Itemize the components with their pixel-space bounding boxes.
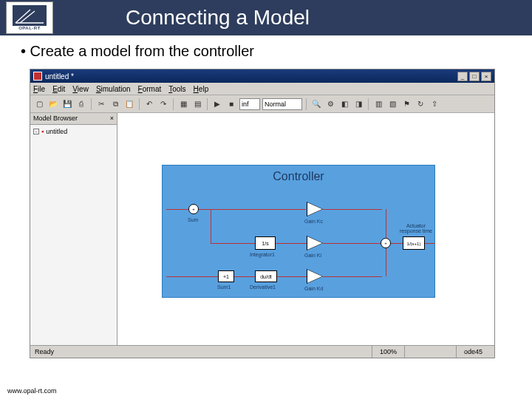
toolbar-sep-5 [306, 98, 307, 110]
wire [323, 243, 381, 244]
menu-edit[interactable]: Edit [52, 85, 65, 93]
sum-label: Sum [188, 217, 198, 222]
zoom-icon[interactable]: 🔍 [310, 98, 322, 110]
titlebar[interactable]: untitled * _ □ × [30, 69, 494, 83]
wire [277, 276, 307, 277]
gain-ki-block[interactable] [307, 236, 323, 250]
wire [323, 209, 382, 210]
sum-output[interactable]: + [381, 238, 391, 248]
gain-ki-label: Gain Ki [304, 253, 321, 258]
logo-text: OPAL-RT [18, 26, 41, 30]
status-zoom: 100% [372, 346, 404, 358]
gain-kd-block[interactable] [307, 269, 323, 284]
print-icon[interactable]: ⎙ [75, 98, 87, 110]
wire [166, 276, 218, 277]
gain-kc-label: Gain Kc [304, 219, 323, 224]
sum-block[interactable]: + [188, 204, 199, 214]
model-browser-close[interactable]: × [110, 115, 114, 123]
slide-header: OPAL-RT Connecting a Model [0, 0, 532, 35]
library-icon[interactable]: ▥ [372, 98, 384, 110]
tree-root-label: untitled [46, 128, 67, 135]
sum1-label: Sum1 [217, 284, 231, 290]
menu-tools[interactable]: Tools [168, 85, 185, 93]
minimize-button[interactable]: _ [457, 72, 468, 81]
actuator-label: Actuator response time [398, 223, 434, 233]
derivative-label: Derivative1 [250, 284, 276, 290]
statusbar: Ready 100% ode45 [30, 345, 494, 358]
wire [425, 243, 435, 244]
menu-simulation[interactable]: Simulation [96, 85, 131, 93]
sum1-block[interactable]: +1 [218, 270, 234, 282]
wire [276, 243, 307, 244]
window-title: untitled * [45, 72, 456, 81]
tool-b-icon[interactable]: ◨ [352, 98, 364, 110]
controller-title: Controller [163, 170, 434, 183]
play-icon[interactable]: ▶ [211, 98, 223, 110]
integrator-label: Integrator1 [250, 252, 275, 257]
model-canvas[interactable]: Controller + Sum Gain Kc 1/s Integrator1… [117, 113, 494, 345]
app-body: Model Browser × - ▪ untitled Controller … [30, 113, 494, 345]
wire [391, 243, 403, 244]
sim-mode-select[interactable]: Normal [262, 98, 302, 110]
build-icon[interactable]: ⚙ [324, 98, 336, 110]
toolbar-sep-1 [91, 98, 92, 110]
wire [234, 276, 255, 277]
model-browser: Model Browser × - ▪ untitled [30, 113, 117, 345]
tree-expand-icon[interactable]: - [33, 129, 39, 134]
redo-icon[interactable]: ↷ [157, 98, 169, 110]
paste-icon[interactable]: 📋 [123, 98, 135, 110]
menu-view[interactable]: View [72, 85, 89, 93]
menu-file[interactable]: File [33, 85, 45, 93]
model-tree[interactable]: - ▪ untitled [30, 125, 117, 345]
model-browser-header: Model Browser × [30, 113, 117, 125]
maximize-button[interactable]: □ [469, 72, 480, 81]
close-button[interactable]: × [481, 72, 491, 81]
integrator-block[interactable]: 1/s [255, 236, 276, 250]
open-icon[interactable]: 📂 [47, 98, 59, 110]
wire [323, 276, 382, 277]
toolbar-sep-4 [207, 98, 208, 110]
slide-title: Connecting a Model [126, 6, 310, 30]
menu-format[interactable]: Format [138, 85, 162, 93]
toolbar-sep-2 [139, 98, 140, 110]
slide-bullet: Create a model from the controller [21, 43, 532, 60]
toolbar-sep-6 [368, 98, 369, 110]
up-icon[interactable]: ⇧ [429, 98, 440, 110]
status-left: Ready [35, 348, 372, 355]
actuator-block[interactable]: 1/(s+1) [403, 236, 425, 250]
wire [211, 243, 255, 244]
wire [211, 209, 211, 243]
stop-icon[interactable]: ■ [225, 98, 237, 110]
save-icon[interactable]: 💾 [61, 98, 73, 110]
undo-icon[interactable]: ↶ [143, 98, 155, 110]
model-browser-title: Model Browser [33, 115, 78, 123]
refresh-icon[interactable]: ↻ [415, 98, 426, 110]
copy-icon[interactable]: ⧉ [109, 98, 121, 110]
debug-icon[interactable]: ⚑ [400, 98, 412, 110]
status-empty [404, 346, 456, 358]
menubar: File Edit View Simulation Format Tools H… [30, 83, 494, 95]
explorer-icon[interactable]: ▧ [386, 98, 398, 110]
toolbar-sep-3 [173, 98, 174, 110]
stop-time-field[interactable]: inf [239, 98, 260, 110]
gain-kd-label: Gain Kd [304, 286, 323, 291]
opal-rt-logo: OPAL-RT [6, 1, 53, 34]
wire [166, 209, 188, 210]
wire [199, 209, 306, 210]
wire [386, 248, 386, 276]
wire [386, 209, 386, 239]
new-icon[interactable]: ▢ [33, 98, 45, 110]
simulink-window: untitled * _ □ × File Edit View Simulati… [30, 69, 495, 358]
app-icon [33, 72, 42, 81]
controller-subsystem[interactable]: Controller + Sum Gain Kc 1/s Integrator1… [162, 165, 435, 298]
browser-icon[interactable]: ▦ [177, 98, 189, 110]
toolbar: ▢ 📂 💾 ⎙ ✂ ⧉ 📋 ↶ ↷ ▦ ▤ ▶ ■ inf Normal 🔍 ⚙… [30, 95, 494, 113]
status-solver: ode45 [456, 346, 490, 358]
derivative-block[interactable]: du/dt [255, 270, 277, 282]
toggle-icon[interactable]: ▤ [191, 98, 203, 110]
menu-help[interactable]: Help [194, 85, 209, 93]
tool-a-icon[interactable]: ◧ [338, 98, 350, 110]
gain-kc-block[interactable] [307, 202, 323, 216]
cut-icon[interactable]: ✂ [95, 98, 107, 110]
tree-root[interactable]: - ▪ untitled [33, 128, 114, 135]
